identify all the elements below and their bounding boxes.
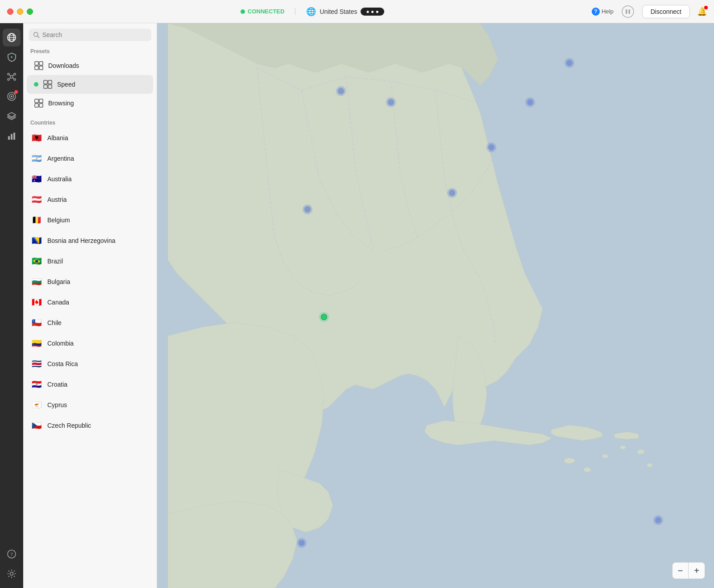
sidebar-item-network[interactable]	[3, 68, 21, 86]
country-label-austria: Austria	[47, 196, 67, 203]
country-label-bosnia-herzegovina: Bosnia and Herzegovina	[47, 237, 116, 244]
country-item-costa-rica[interactable]: 🇨🇷 Costa Rica	[23, 354, 157, 374]
browsing-preset-label: Browsing	[48, 100, 74, 107]
map-area[interactable]: − +	[157, 23, 714, 588]
title-bar: CONNECTED 🌐 United States ● ● ● ? Help D…	[0, 0, 714, 23]
flag-austria: 🇦🇹	[30, 193, 43, 206]
location-pill: ● ● ●	[361, 8, 384, 16]
help-button[interactable]: ? Help	[592, 8, 614, 16]
country-item-colombia[interactable]: 🇨🇴 Colombia	[23, 333, 157, 354]
country-item-brazil[interactable]: 🇧🇷 Brazil	[23, 251, 157, 271]
country-label-australia: Australia	[47, 175, 71, 183]
help-icon: ?	[592, 8, 600, 16]
svg-text:?: ?	[10, 551, 13, 558]
country-list: 🇦🇱 Albania 🇦🇷 Argentina 🇦🇺 Australia 🇦🇹 …	[23, 128, 157, 436]
list-sidebar: Presets Downloads Speed Browsing Countri…	[23, 23, 157, 588]
svg-rect-40	[39, 104, 43, 107]
flag-croatia: 🇭🇷	[30, 378, 43, 391]
sidebar-item-layers[interactable]	[3, 107, 21, 125]
country-label-bulgaria: Bulgaria	[47, 278, 70, 285]
sidebar-item-help[interactable]: ?	[3, 545, 21, 563]
country-item-argentina[interactable]: 🇦🇷 Argentina	[23, 148, 157, 169]
country-label-belgium: Belgium	[47, 217, 70, 224]
country-item-bosnia-herzegovina[interactable]: 🇧🇦 Bosnia and Herzegovina	[23, 230, 157, 251]
sidebar-item-globe[interactable]	[3, 29, 21, 46]
connection-status: CONNECTED	[241, 8, 295, 15]
target-notification-dot	[14, 90, 18, 94]
svg-rect-34	[48, 80, 52, 84]
maximize-button[interactable]	[27, 8, 33, 15]
country-label-brazil: Brazil	[47, 258, 63, 265]
svg-line-16	[9, 78, 11, 79]
country-label-czech-republic: Czech Republic	[47, 422, 91, 429]
search-icon	[33, 31, 40, 38]
flag-australia: 🇦🇺	[30, 173, 43, 185]
country-label-albania: Albania	[47, 134, 68, 142]
flag-canada: 🇨🇦	[30, 296, 43, 309]
close-button[interactable]	[7, 8, 13, 15]
flag-colombia: 🇨🇴	[30, 337, 43, 350]
svg-line-14	[9, 75, 11, 76]
sidebar-item-stats[interactable]	[3, 127, 21, 145]
svg-rect-32	[39, 66, 43, 70]
country-label-costa-rica: Costa Rica	[47, 360, 78, 367]
svg-point-8	[11, 56, 12, 58]
svg-rect-21	[8, 136, 10, 140]
svg-rect-33	[44, 80, 47, 84]
svg-point-47	[647, 463, 652, 467]
country-label-croatia: Croatia	[47, 381, 67, 388]
country-item-cyprus[interactable]: 🇨🇾 Cyprus	[23, 395, 157, 415]
sidebar-item-target[interactable]	[3, 88, 21, 105]
svg-rect-35	[44, 85, 47, 88]
country-item-canada[interactable]: 🇨🇦 Canada	[23, 292, 157, 313]
preset-item-browsing[interactable]: Browsing	[27, 94, 153, 113]
pause-button[interactable]	[621, 4, 635, 19]
flag-bosnia-herzegovina: 🇧🇦	[30, 234, 43, 247]
sidebar-item-shield[interactable]	[3, 48, 21, 66]
preset-item-downloads[interactable]: Downloads	[27, 56, 153, 75]
flag-brazil: 🇧🇷	[30, 255, 43, 267]
speed-preset-label: Speed	[57, 81, 75, 88]
help-label: Help	[602, 8, 614, 15]
speed-preset-icon	[43, 79, 53, 89]
country-label-cyprus: Cyprus	[47, 401, 67, 409]
flag-belgium: 🇧🇪	[30, 214, 43, 226]
svg-point-10	[8, 73, 9, 75]
search-bar	[23, 23, 157, 45]
country-item-bulgaria[interactable]: 🇧🇬 Bulgaria	[23, 271, 157, 292]
notification-badge	[704, 6, 708, 9]
country-item-albania[interactable]: 🇦🇱 Albania	[23, 128, 157, 148]
svg-line-15	[12, 75, 14, 76]
country-item-austria[interactable]: 🇦🇹 Austria	[23, 189, 157, 210]
country-item-czech-republic[interactable]: 🇨🇿 Czech Republic	[23, 415, 157, 436]
flag-cyprus: 🇨🇾	[30, 399, 43, 411]
country-label-colombia: Colombia	[47, 340, 74, 347]
svg-rect-23	[13, 133, 15, 140]
zoom-out-button[interactable]: −	[672, 563, 689, 579]
country-item-belgium[interactable]: 🇧🇪 Belgium	[23, 210, 157, 230]
svg-rect-1	[626, 9, 627, 14]
preset-item-speed[interactable]: Speed	[27, 75, 153, 94]
zoom-in-button[interactable]: +	[689, 563, 705, 579]
country-item-croatia[interactable]: 🇭🇷 Croatia	[23, 374, 157, 395]
main-layout: ? Presets Downloads	[0, 23, 714, 588]
flag-chile: 🇨🇱	[30, 317, 43, 329]
presets-label: Presets	[23, 45, 157, 56]
svg-rect-38	[39, 99, 43, 103]
country-item-australia[interactable]: 🇦🇺 Australia	[23, 169, 157, 189]
minimize-button[interactable]	[17, 8, 23, 15]
country-label-chile: Chile	[47, 319, 62, 326]
globe-small-icon: 🌐	[306, 7, 316, 17]
title-bar-center: CONNECTED 🌐 United States ● ● ●	[40, 7, 585, 17]
svg-line-17	[12, 78, 14, 79]
svg-point-13	[14, 79, 16, 80]
svg-point-42	[564, 458, 575, 463]
browsing-preset-icon	[34, 98, 44, 108]
sidebar-item-settings[interactable]	[3, 565, 21, 583]
disconnect-button[interactable]: Disconnect	[642, 5, 690, 18]
svg-point-0	[622, 6, 634, 17]
country-label-argentina: Argentina	[47, 155, 74, 162]
svg-point-43	[584, 467, 591, 472]
country-item-chile[interactable]: 🇨🇱 Chile	[23, 313, 157, 333]
search-input[interactable]	[42, 31, 147, 38]
